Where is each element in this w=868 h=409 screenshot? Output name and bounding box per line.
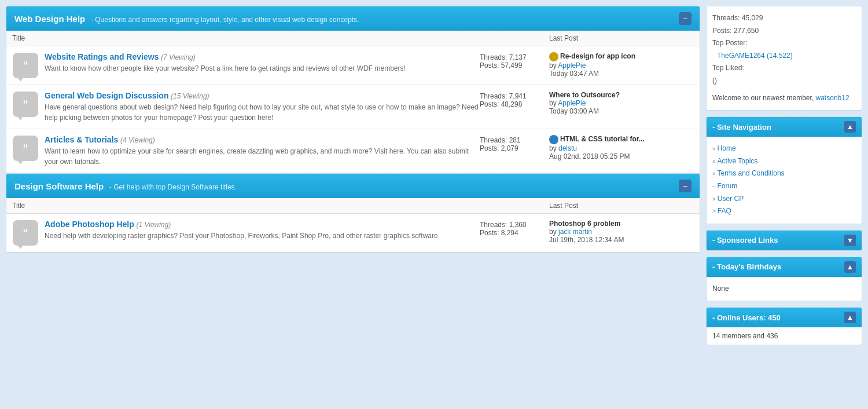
sponsored-links-header: - Sponsored Links ▼ — [707, 231, 862, 250]
forum-info-articles-tutorials: Articles & Tutorials (4 Viewing) Want to… — [45, 135, 480, 167]
main-content: Web Design Help - Questions and answers … — [6, 6, 700, 345]
online-users-header: - Online Users: 450 ▲ — [707, 308, 862, 327]
lastpost-by-website-ratings: by ApplePie — [549, 61, 694, 70]
forum-stats-articles-tutorials: Threads: 281Posts: 2,079 — [480, 135, 549, 152]
nav-link-home[interactable]: »Home — [712, 143, 856, 155]
lastpost-by-link-general-web-design[interactable]: ApplePie — [558, 99, 586, 107]
section-header-design-software-help: Design Software Help - Get help with top… — [6, 174, 700, 198]
chat-bubble: “ — [13, 92, 38, 117]
online-users-title: - Online Users: 450 — [712, 313, 781, 322]
stats-box: Threads: 45,029 Posts: 277,650 Top Poste… — [706, 6, 862, 111]
newest-member-link[interactable]: watsonb12 — [816, 94, 849, 102]
forum-stats-website-ratings: Threads: 7,137Posts: 57,499 — [480, 52, 549, 70]
forum-title-row: Website Ratings and Reviews (7 Viewing) — [45, 52, 480, 61]
forum-title-link-adobe-photoshop-help[interactable]: Adobe Photoshop Help — [45, 220, 134, 229]
section-minimize-btn[interactable]: − — [679, 12, 692, 25]
forum-lastpost-articles-tutorials: HTML & CSS tutorial for... by delstu Aug… — [549, 135, 694, 160]
forum-viewing-adobe-photoshop-help: (1 Viewing) — [136, 221, 171, 229]
lastpost-by-link-adobe-photoshop-help[interactable]: jack martin — [558, 228, 592, 236]
chat-bubble-icon: “ — [23, 228, 28, 238]
chat-bubble: “ — [13, 53, 38, 78]
forum-desc-adobe-photoshop-help: Need help with developing raster graphic… — [45, 231, 480, 241]
nav-link-user-cp[interactable]: >User CP — [712, 193, 856, 206]
nav-arrow-user-cp: > — [712, 196, 716, 202]
nav-link-faq[interactable]: >FAQ — [712, 205, 856, 218]
todays-birthdays-box: - Today's Birthdays ▲ None — [706, 257, 862, 302]
lastpost-time-adobe-photoshop-help: Jul 19th, 2018 12:34 AM — [549, 236, 694, 244]
forum-lastpost-adobe-photoshop-help: Photoshop 6 problem by jack martin Jul 1… — [549, 220, 694, 244]
chat-bubble: “ — [13, 136, 38, 161]
section-title: Design Software Help - Get help with top… — [14, 181, 237, 191]
nav-link-active-topics[interactable]: »Active Topics — [712, 155, 856, 168]
nav-link-terms-conditions[interactable]: »Terms and Conditions — [712, 167, 856, 180]
forum-row-adobe-photoshop-help: “ Adobe Photoshop Help (1 Viewing) Need … — [6, 214, 700, 252]
forum-desc-articles-tutorials: Want to learn how to optimize your site … — [45, 146, 480, 167]
section-title-text: Web Design Help — [14, 14, 85, 24]
forum-section-design-software-help: Design Software Help - Get help with top… — [6, 173, 700, 253]
forum-lastpost-general-web-design: Where to Outsource? by ApplePie Today 03… — [549, 91, 694, 115]
forum-title-link-general-web-design[interactable]: General Web Design Discussion — [45, 91, 168, 100]
forum-desc-website-ratings: Want to know how other people like your … — [45, 63, 480, 74]
column-headers: Title Last Post — [6, 198, 700, 214]
column-headers: Title Last Post — [6, 31, 700, 46]
section-desc: - Questions and answers regarding layout… — [91, 16, 359, 24]
online-users-content: 14 members and 436 — [707, 327, 862, 345]
lastpost-by-link-articles-tutorials[interactable]: delstu — [558, 144, 577, 152]
section-title-text: Design Software Help — [14, 181, 104, 191]
newest-member: Welcome to our newest member, watsonb12 — [712, 92, 856, 105]
col-lastpost-header: Last Post — [549, 202, 694, 210]
section-header-web-design-help: Web Design Help - Questions and answers … — [6, 6, 700, 31]
site-navigation-toggle[interactable]: ▲ — [844, 121, 856, 133]
todays-birthdays-title: - Today's Birthdays — [712, 262, 781, 271]
col-title-header: Title — [12, 202, 549, 210]
online-users-toggle[interactable]: ▲ — [844, 312, 856, 323]
chat-bubble: “ — [13, 220, 38, 246]
forum-desc-general-web-design: Have general questions about web design?… — [45, 102, 480, 123]
lastpost-time-general-web-design: Today 03:00 AM — [549, 107, 694, 115]
forum-title-link-website-ratings[interactable]: Website Ratings and Reviews — [45, 52, 159, 61]
lastpost-title-website-ratings: Re-design for app icon — [549, 52, 694, 61]
forum-viewing-articles-tutorials: (4 Viewing) — [120, 136, 155, 144]
forum-row-general-web-design: “ General Web Design Discussion (15 View… — [6, 85, 700, 129]
chat-bubble-icon: “ — [23, 143, 28, 154]
post-icon-gold — [549, 52, 558, 61]
lastpost-time-website-ratings: Today 03:47 AM — [549, 70, 694, 78]
online-users-box: - Online Users: 450 ▲ 14 members and 436 — [706, 307, 862, 345]
lastpost-title-articles-tutorials: HTML & CSS tutorial for... — [549, 135, 694, 144]
sponsored-links-toggle[interactable]: ▼ — [844, 235, 856, 246]
todays-birthdays-toggle[interactable]: ▲ — [844, 261, 856, 273]
forum-info-adobe-photoshop-help: Adobe Photoshop Help (1 Viewing) Need he… — [45, 220, 480, 241]
forum-stats-adobe-photoshop-help: Threads: 1,360Posts: 8,294 — [480, 220, 549, 237]
stats-content: Threads: 45,029 Posts: 277,650 Top Poste… — [707, 6, 862, 110]
sidebar: Threads: 45,029 Posts: 277,650 Top Poste… — [706, 6, 862, 345]
nav-arrow-forum: – — [712, 183, 716, 189]
section-desc: - Get help with top Design Software titl… — [109, 183, 237, 191]
todays-birthdays-header: - Today's Birthdays ▲ — [707, 257, 862, 277]
lastpost-by-articles-tutorials: by delstu — [549, 144, 694, 152]
top-poster-link[interactable]: TheGAME1264 (14,522) — [717, 50, 856, 63]
sections-container: Web Design Help - Questions and answers … — [6, 6, 700, 253]
chat-bubble-icon: “ — [23, 60, 28, 71]
forum-info-general-web-design: General Web Design Discussion (15 Viewin… — [45, 91, 480, 123]
lastpost-time-articles-tutorials: Aug 02nd, 2018 05:25 PM — [549, 152, 694, 160]
forum-icon-adobe-photoshop-help: “ — [12, 220, 39, 246]
forum-viewing-website-ratings: (7 Viewing) — [161, 53, 196, 61]
nav-arrow-terms-conditions: » — [712, 170, 716, 177]
forum-title-row: Adobe Photoshop Help (1 Viewing) — [45, 220, 480, 229]
forum-title-row: Articles & Tutorials (4 Viewing) — [45, 135, 480, 144]
top-poster-name: TheGAME1264 (14,522) — [717, 50, 856, 63]
forum-viewing-general-web-design: (15 Viewing) — [171, 92, 209, 100]
forum-title-link-articles-tutorials[interactable]: Articles & Tutorials — [45, 135, 118, 144]
forum-row-website-ratings: “ Website Ratings and Reviews (7 Viewing… — [6, 46, 700, 85]
site-navigation-header: - Site Navigation ▲ — [707, 117, 862, 137]
forum-section-web-design-help: Web Design Help - Questions and answers … — [6, 6, 700, 173]
section-minimize-btn[interactable]: − — [679, 180, 692, 192]
section-title: Web Design Help - Questions and answers … — [14, 14, 359, 24]
posts-stat: Posts: 277,650 — [712, 25, 856, 38]
nav-link-forum[interactable]: –Forum — [712, 180, 856, 193]
lastpost-by-general-web-design: by ApplePie — [549, 99, 694, 107]
top-liked-label: Top Liked: — [712, 62, 856, 75]
col-lastpost-header: Last Post — [549, 34, 694, 42]
nav-arrow-active-topics: » — [712, 158, 716, 165]
lastpost-by-link-website-ratings[interactable]: ApplePie — [558, 61, 586, 70]
